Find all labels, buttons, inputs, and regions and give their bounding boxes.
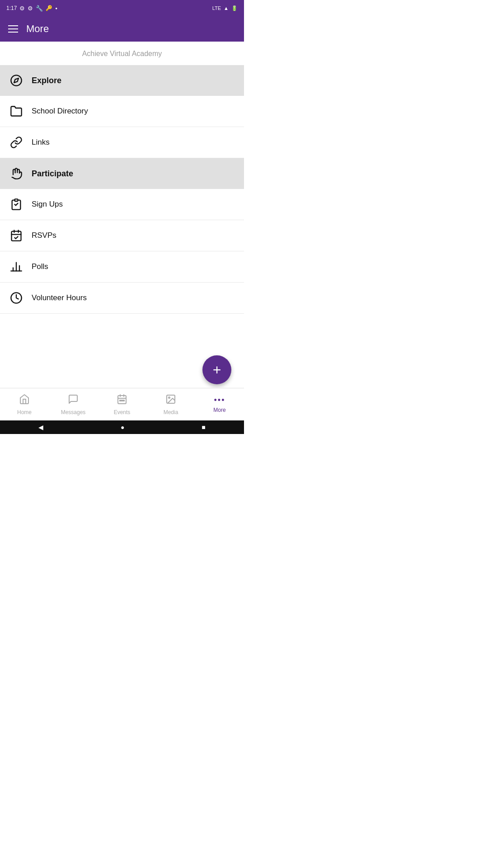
- messages-nav-label: Messages: [61, 409, 86, 415]
- media-icon: [165, 394, 176, 407]
- home-icon: [19, 394, 30, 407]
- menu-item-volunteer-hours[interactable]: Volunteer Hours: [0, 283, 244, 314]
- dot-icon: ●: [55, 6, 57, 10]
- status-bar: 1:17 ⚙ ⚙ 🔧 🔑 ● LTE ▲ 🔋: [0, 0, 244, 16]
- clipboard-check-icon: [8, 196, 24, 212]
- compass-icon: [8, 72, 24, 89]
- header: More: [0, 16, 244, 42]
- fab-plus-icon: +: [213, 363, 221, 377]
- status-left: 1:17 ⚙ ⚙ 🔧 🔑 ●: [6, 5, 57, 12]
- menu-item-sign-ups[interactable]: Sign Ups: [0, 189, 244, 220]
- home-nav-label: Home: [17, 409, 32, 415]
- more-nav-label: More: [213, 407, 225, 413]
- clock-icon: [8, 290, 24, 306]
- svg-rect-17: [122, 400, 122, 401]
- recents-button[interactable]: ■: [202, 424, 205, 431]
- hamburger-menu-button[interactable]: [8, 25, 18, 33]
- bar-chart-icon: [8, 259, 24, 275]
- events-icon: [117, 394, 127, 407]
- key-icon: 🔑: [46, 5, 52, 11]
- bottom-nav: Home Messages Events: [0, 388, 244, 420]
- nav-media[interactable]: Media: [146, 388, 195, 420]
- menu-item-school-directory[interactable]: School Directory: [0, 96, 244, 127]
- header-title: More: [26, 23, 49, 35]
- menu-item-links[interactable]: Links: [0, 127, 244, 158]
- menu-list: Explore School Directory Links: [0, 65, 244, 314]
- fab-button[interactable]: +: [202, 355, 231, 384]
- messages-icon: [68, 394, 79, 407]
- svg-point-20: [169, 397, 170, 398]
- svg-rect-16: [120, 400, 121, 401]
- svg-point-0: [11, 75, 21, 85]
- school-directory-label: School Directory: [32, 107, 88, 116]
- wrench-icon: 🔧: [36, 5, 43, 12]
- participate-label: Participate: [32, 169, 73, 179]
- menu-item-polls[interactable]: Polls: [0, 251, 244, 283]
- status-right: LTE ▲ 🔋: [212, 5, 238, 11]
- school-name: Achieve Virtual Academy: [0, 42, 244, 65]
- gear-icon-2: ⚙: [28, 5, 33, 12]
- svg-marker-1: [14, 78, 19, 83]
- rsvps-label: RSVPs: [32, 231, 56, 240]
- nav-events[interactable]: Events: [98, 388, 146, 420]
- menu-item-rsvps[interactable]: RSVPs: [0, 220, 244, 251]
- volunteer-hours-label: Volunteer Hours: [32, 293, 87, 302]
- svg-rect-2: [15, 199, 18, 201]
- explore-label: Explore: [32, 76, 61, 85]
- signal-icon: ▲: [224, 5, 229, 11]
- calendar-check-icon: [8, 227, 24, 244]
- gear-icon-1: ⚙: [19, 5, 25, 12]
- system-nav: ◀ ● ■: [0, 420, 244, 434]
- more-icon: •••: [214, 396, 225, 405]
- nav-more[interactable]: ••• More: [195, 388, 244, 420]
- media-nav-label: Media: [164, 409, 178, 415]
- home-button[interactable]: ●: [121, 424, 124, 431]
- status-time: 1:17: [6, 5, 17, 11]
- section-participate[interactable]: Participate: [0, 158, 244, 189]
- svg-rect-18: [123, 400, 124, 401]
- lte-label: LTE: [212, 5, 221, 11]
- nav-messages[interactable]: Messages: [49, 388, 98, 420]
- hand-icon: [8, 165, 24, 182]
- polls-label: Polls: [32, 262, 48, 271]
- link-icon: [8, 134, 24, 151]
- nav-home[interactable]: Home: [0, 388, 49, 420]
- back-button[interactable]: ◀: [38, 424, 43, 431]
- folder-icon: [8, 103, 24, 119]
- links-label: Links: [32, 138, 50, 147]
- svg-rect-3: [12, 231, 21, 241]
- section-explore[interactable]: Explore: [0, 65, 244, 96]
- sign-ups-label: Sign Ups: [32, 200, 63, 209]
- events-nav-label: Events: [114, 409, 131, 415]
- battery-icon: 🔋: [231, 5, 238, 11]
